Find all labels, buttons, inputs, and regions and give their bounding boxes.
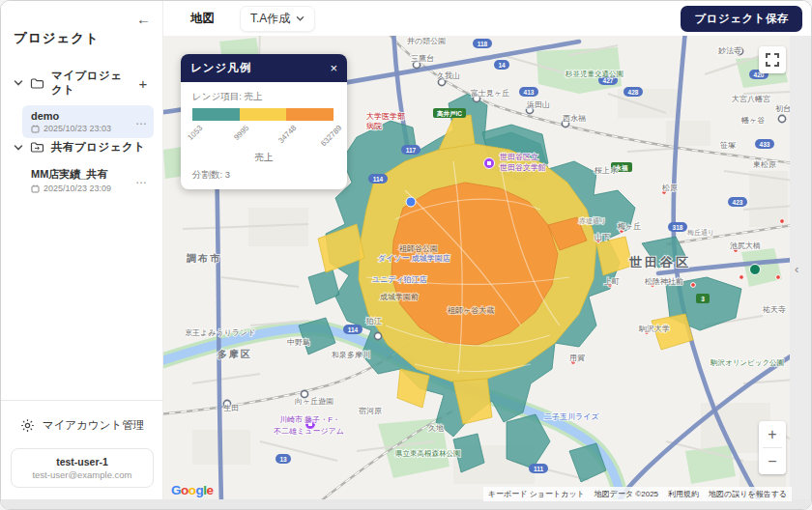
map-label: 県立東高根森林公園 bbox=[395, 449, 461, 458]
map-label: 世田谷文学館 bbox=[500, 163, 546, 172]
map-label: 三鷹台 bbox=[411, 54, 434, 63]
calendar-icon bbox=[31, 184, 40, 193]
map-label: 浜田山 bbox=[527, 100, 550, 109]
map-label: 上町 bbox=[603, 277, 620, 286]
map-label: 松陰神社前 bbox=[645, 277, 683, 286]
right-panel-strip: ‹ bbox=[790, 36, 811, 501]
map-label: 多摩区 bbox=[218, 349, 252, 359]
station-dot-icon bbox=[780, 219, 785, 224]
chevron-down-icon bbox=[14, 79, 23, 87]
station-dot-icon bbox=[740, 275, 744, 280]
transit-poi-icon bbox=[406, 197, 416, 207]
save-project-button[interactable]: プロジェクト保存 bbox=[681, 6, 802, 32]
legend-tick: 34748 bbox=[276, 124, 298, 145]
map-label: 梅丘通り bbox=[686, 228, 714, 237]
shared-projects-label: 共有プロジェクト bbox=[51, 140, 152, 155]
sidebar-title: プロジェクト bbox=[14, 30, 100, 47]
svg-text:114: 114 bbox=[373, 176, 384, 183]
road-shield: 318 bbox=[668, 222, 687, 232]
zoom-in-button[interactable]: + bbox=[759, 421, 786, 447]
map-label: 不二雄ミュージアム bbox=[274, 427, 344, 436]
svg-text:318: 318 bbox=[673, 224, 683, 231]
project-menu-button[interactable]: … bbox=[135, 114, 148, 128]
keyboard-shortcuts-link[interactable]: キーボード ショートカット bbox=[488, 489, 585, 499]
road-shield: 高井戸IC bbox=[433, 108, 466, 118]
legend-segment-low bbox=[192, 108, 240, 121]
range-legend-panel: レンジ凡例 × レンジ項目: 売上 1053 9995 34748 632789… bbox=[181, 54, 347, 189]
project-item-mm[interactable]: MM店実績_共有 2025/10/23 23:09 … bbox=[22, 162, 154, 198]
map-data-copyright: 地図データ ©2025 bbox=[594, 489, 658, 499]
map-label: 幡ヶ谷 bbox=[741, 116, 765, 125]
google-logo[interactable]: Google bbox=[171, 483, 214, 497]
project-item-demo[interactable]: demo 2025/10/23 23:03 … bbox=[22, 105, 154, 138]
close-icon[interactable]: × bbox=[330, 62, 337, 74]
svg-text:3: 3 bbox=[701, 296, 705, 302]
gear-icon bbox=[20, 418, 35, 433]
legend-segment-high bbox=[286, 108, 334, 121]
panel-collapse-chevron[interactable]: ‹ bbox=[795, 262, 798, 276]
station-icon bbox=[778, 115, 785, 122]
add-project-button[interactable]: + bbox=[134, 75, 152, 92]
legend-segment-mid bbox=[240, 108, 287, 121]
my-projects-header[interactable]: マイプロジェクト + bbox=[1, 65, 163, 101]
svg-text:118: 118 bbox=[478, 41, 488, 47]
map-label: 大学医学部 bbox=[366, 112, 405, 121]
terms-link[interactable]: 利用規約 bbox=[668, 489, 699, 499]
legend-tick: 632789 bbox=[319, 124, 343, 148]
project-name: MM店実績_共有 bbox=[31, 167, 132, 182]
map-label: 西永福 bbox=[563, 114, 586, 123]
chevron-down-icon bbox=[14, 144, 23, 152]
fullscreen-icon bbox=[766, 53, 779, 67]
zoom-out-button[interactable]: − bbox=[759, 448, 786, 474]
svg-text:13: 13 bbox=[279, 456, 287, 463]
ta-create-dropdown[interactable]: T.A作成 bbox=[240, 6, 315, 32]
user-card[interactable]: test-user-1 test-user@example.com bbox=[11, 448, 154, 488]
account-management-label: マイアカウント管理 bbox=[43, 418, 144, 433]
map-label: 二子玉川ライズ bbox=[544, 412, 599, 421]
map-label: ユニディ狛江店 bbox=[372, 275, 427, 284]
top-bar: 地図 T.A作成 プロジェクト保存 bbox=[163, 1, 811, 36]
road-shield: 118 bbox=[473, 39, 492, 48]
map-label: 赤堤通り bbox=[579, 216, 606, 225]
my-projects-section: マイプロジェクト + demo 2025/10/23 23:03 … bbox=[1, 65, 163, 138]
project-menu-button[interactable]: … bbox=[135, 172, 148, 185]
road-shield: 114 bbox=[368, 174, 388, 184]
map-label: 調布市 bbox=[186, 253, 221, 264]
road-shield: 117 bbox=[401, 145, 420, 155]
map-label: 駒沢オリンピック公園 bbox=[710, 358, 784, 367]
map-label: 狛江 bbox=[365, 317, 382, 326]
chevron-down-icon bbox=[296, 15, 304, 22]
map-label: 松原 bbox=[662, 184, 678, 192]
project-date: 2025/10/23 23:03 bbox=[44, 124, 111, 133]
calendar-icon bbox=[31, 125, 40, 133]
map-label: 世田谷区立 bbox=[500, 153, 538, 161]
map-label: 久地 bbox=[428, 424, 444, 433]
map-label: 向ヶ丘遊園 bbox=[295, 397, 334, 406]
fullscreen-button[interactable] bbox=[759, 46, 786, 73]
project-sidebar: ← プロジェクト マイプロジェクト + demo 2025/10/ bbox=[1, 1, 163, 501]
sidebar-collapse-icon[interactable]: ← bbox=[136, 11, 151, 27]
svg-text:111: 111 bbox=[534, 466, 544, 472]
road-shield: 433 bbox=[755, 139, 774, 149]
user-email: test-user@example.com bbox=[15, 469, 149, 480]
map-label: 祖師ヶ谷大蔵 bbox=[447, 306, 494, 315]
svg-text:14: 14 bbox=[498, 62, 506, 69]
map-label: 杉並児童交通公園 bbox=[565, 70, 624, 78]
station-icon bbox=[374, 332, 381, 339]
map-label: 井の頭公園 bbox=[407, 37, 446, 45]
report-error-link[interactable]: 地図の誤りを報告する bbox=[709, 489, 787, 499]
svg-text:114: 114 bbox=[348, 326, 359, 333]
map-label: 宿河原 bbox=[358, 407, 382, 415]
shared-projects-header[interactable]: 共有プロジェクト bbox=[1, 136, 163, 158]
road-shield: 14 bbox=[494, 60, 509, 70]
map-canvas[interactable]: 2014118413427428420433114117318423114131… bbox=[163, 36, 792, 501]
map-label: 川崎市 藤子・F・ bbox=[279, 415, 340, 424]
map-label: ダイソー 成城学園店 bbox=[378, 254, 450, 263]
tab-map[interactable]: 地図 bbox=[190, 11, 215, 27]
svg-text:117: 117 bbox=[406, 147, 417, 154]
map-label: 初台 bbox=[775, 104, 791, 113]
legend-body: レンジ項目: 売上 1053 9995 34748 632789 売上 分割数:… bbox=[181, 82, 347, 189]
account-management-button[interactable]: マイアカウント管理 bbox=[11, 418, 154, 433]
station-dot-icon bbox=[776, 275, 781, 280]
road-shield: 3 bbox=[696, 294, 710, 303]
